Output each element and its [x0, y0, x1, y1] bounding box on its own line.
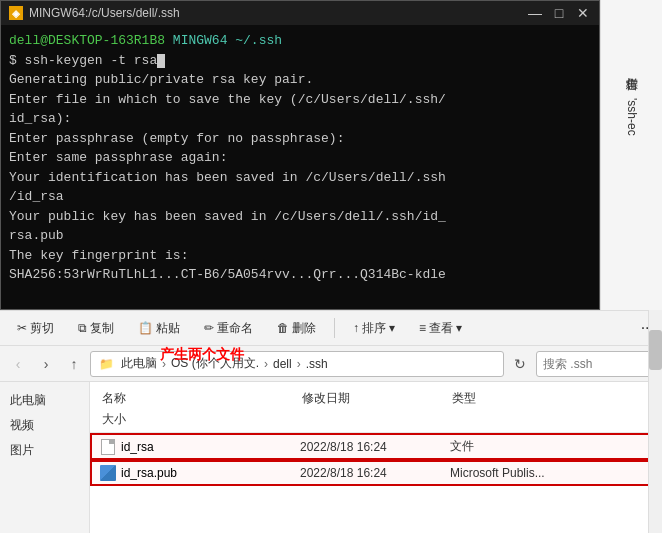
col-header-type[interactable]: 类型 — [448, 388, 654, 409]
close-button[interactable]: ✕ — [575, 6, 591, 20]
file-icon-plain — [100, 439, 116, 455]
toolbar-divider — [334, 318, 335, 338]
right-panel: 宙怎样 'ssh-ec — [600, 0, 662, 310]
maximize-button[interactable]: □ — [551, 6, 567, 20]
view-button[interactable]: ≡ 查看 ▾ — [410, 316, 471, 341]
delete-button[interactable]: 🗑 删除 — [268, 316, 325, 341]
back-button[interactable]: ‹ — [6, 352, 30, 376]
explorer-content: 此电脑 视频 图片 名称 修改日期 类型 大小 id_rsa 2022/8/18… — [0, 382, 662, 533]
sidebar-item-videos[interactable]: 视频 — [0, 413, 89, 438]
sort-chevron: ▾ — [389, 321, 395, 335]
cut-icon: ✂ — [17, 321, 27, 335]
copy-button[interactable]: ⧉ 复制 — [69, 316, 123, 341]
refresh-button[interactable]: ↻ — [508, 352, 532, 376]
column-headers: 名称 修改日期 类型 大小 — [90, 386, 662, 433]
breadcrumb-part-1: OS (你个人用文. — [171, 355, 259, 372]
terminal-window: ◈ MINGW64:/c/Users/dell/.ssh — □ ✕ dell@… — [0, 0, 600, 310]
file-name: id_rsa.pub — [121, 466, 177, 480]
file-name: id_rsa — [121, 440, 154, 454]
terminal-line-6: Your public key has been saved in /c/Use… — [9, 207, 591, 246]
copy-icon: ⧉ — [78, 321, 87, 335]
breadcrumb-sep-2: › — [297, 357, 301, 371]
explorer-main: 名称 修改日期 类型 大小 id_rsa 2022/8/18 16:24 文件 … — [90, 382, 662, 533]
terminal-line-5: Your identification has been saved in /c… — [9, 168, 591, 207]
col-header-modified[interactable]: 修改日期 — [298, 388, 448, 409]
file-modified: 2022/8/18 16:24 — [300, 440, 450, 454]
breadcrumb-sep-0: › — [162, 357, 166, 371]
terminal-title-text: MINGW64:/c/Users/dell/.ssh — [29, 6, 180, 20]
terminal-line-4: Enter same passphrase again: — [9, 148, 591, 168]
breadcrumb-part-2: dell — [273, 357, 292, 371]
file-name-cell: id_rsa.pub — [100, 465, 300, 481]
table-row[interactable]: id_rsa 2022/8/18 16:24 文件 — [90, 433, 662, 460]
breadcrumb[interactable]: 📁 此电脑 › OS (你个人用文. › dell › .ssh — [90, 351, 504, 377]
file-name-cell: id_rsa — [100, 439, 300, 455]
terminal-line-prompt: dell@DESKTOP-163R1B8 MINGW64 ~/.ssh — [9, 31, 591, 51]
sort-button[interactable]: ↑ 排序 ▾ — [344, 316, 404, 341]
col-header-size[interactable]: 大小 — [98, 409, 298, 430]
sidebar-item-thispc[interactable]: 此电脑 — [0, 388, 89, 413]
breadcrumb-part-0: 此电脑 — [121, 355, 157, 372]
breadcrumb-part-3: .ssh — [306, 357, 328, 371]
col-header-name[interactable]: 名称 — [98, 388, 298, 409]
up-button[interactable]: ↑ — [62, 352, 86, 376]
file-type: 文件 — [450, 438, 652, 455]
right-panel-text2: 'ssh-ec — [625, 98, 639, 136]
cmd-text: $ ssh-keygen -t rsa — [9, 53, 157, 68]
paste-button[interactable]: 📋 粘贴 — [129, 316, 189, 341]
paste-icon: 📋 — [138, 321, 153, 335]
terminal-body: dell@DESKTOP-163R1B8 MINGW64 ~/.ssh $ ss… — [1, 25, 599, 291]
explorer-toolbar: ✂ 剪切 ⧉ 复制 📋 粘贴 ✏ 重命名 🗑 删除 ↑ 排序 ▾ ≡ 查看 ▾ … — [0, 310, 662, 346]
terminal-title-left: ◈ MINGW64:/c/Users/dell/.ssh — [9, 6, 180, 20]
sidebar-item-pictures[interactable]: 图片 — [0, 438, 89, 463]
scrollbar-thumb[interactable] — [649, 330, 662, 370]
terminal-line-2: Enter file in which to save the key (/c/… — [9, 90, 591, 129]
pub-file-icon — [100, 465, 116, 481]
sort-icon: ↑ — [353, 321, 359, 335]
rename-button[interactable]: ✏ 重命名 — [195, 316, 262, 341]
address-bar-row: ‹ › ↑ 📁 此电脑 › OS (你个人用文. › dell › .ssh ↻ — [0, 346, 662, 382]
file-icon-pub — [100, 465, 116, 481]
cut-button[interactable]: ✂ 剪切 — [8, 316, 63, 341]
file-modified: 2022/8/18 16:24 — [300, 466, 450, 480]
terminal-line-cmd: $ ssh-keygen -t rsa — [9, 51, 591, 71]
view-icon: ≡ — [419, 321, 426, 335]
search-input[interactable] — [536, 351, 656, 377]
minimize-button[interactable]: — — [527, 6, 543, 20]
plain-file-icon — [101, 439, 115, 455]
cursor — [157, 54, 165, 68]
prompt-user: dell@DESKTOP-163R1B8 — [9, 33, 165, 48]
breadcrumb-sep-1: › — [264, 357, 268, 371]
delete-icon: 🗑 — [277, 321, 289, 335]
scrollbar[interactable] — [648, 310, 662, 533]
terminal-line-1: Generating public/private rsa key pair. — [9, 70, 591, 90]
terminal-titlebar: ◈ MINGW64:/c/Users/dell/.ssh — □ ✕ — [1, 1, 599, 25]
terminal-controls: — □ ✕ — [527, 6, 591, 20]
explorer-sidebar: 此电脑 视频 图片 — [0, 382, 90, 533]
prompt-dir: MINGW64 ~/.ssh — [173, 33, 282, 48]
forward-button[interactable]: › — [34, 352, 58, 376]
file-type: Microsoft Publis... — [450, 466, 652, 480]
rename-icon: ✏ — [204, 321, 214, 335]
terminal-icon: ◈ — [9, 6, 23, 20]
terminal-line-7: The key fingerprint is: — [9, 246, 591, 266]
view-chevron: ▾ — [456, 321, 462, 335]
folder-icon: 📁 — [99, 357, 114, 371]
terminal-line-8: SHA256:53rWrRuTLhL1...CT-B6/5A054rvv...Q… — [9, 265, 591, 285]
table-row[interactable]: id_rsa.pub 2022/8/18 16:24 Microsoft Pub… — [90, 460, 662, 486]
terminal-line-3: Enter passphrase (empty for no passphras… — [9, 129, 591, 149]
